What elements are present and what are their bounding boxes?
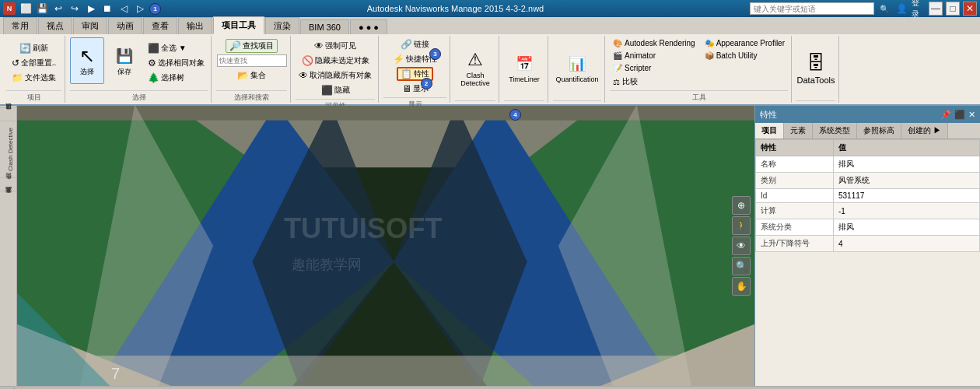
select-icon: ↖ (76, 45, 98, 67)
qa-new[interactable]: ⬜ (19, 2, 33, 16)
qa-undo[interactable]: ↩ (51, 2, 65, 16)
appearance-profiler-btn[interactable]: 🎭 Appearance Profiler (702, 37, 788, 49)
left-sidebar: 项目目录 Clash Detective 集合 测量工具 (0, 106, 17, 386)
quantification-label: Quantification (555, 76, 598, 84)
tab-render[interactable]: 渲染 (265, 17, 299, 34)
tab-bim360[interactable]: BIM 360 (300, 19, 349, 34)
tab-animation[interactable]: 动画 (108, 17, 142, 34)
search-icon[interactable]: 🔍 (877, 2, 891, 16)
clash-detective-btn[interactable]: ⚠ ClashDetective (455, 44, 495, 93)
quantification-btn[interactable]: 📊 Quantification (553, 44, 601, 93)
reset-all-btn[interactable]: ↺全部重置.. (9, 56, 60, 70)
appearance-profiler-label: Appearance Profiler (716, 39, 785, 47)
compare-btn[interactable]: ⚖ 比较 (610, 75, 698, 89)
view-orbit-btn[interactable]: ⊕ (732, 196, 751, 215)
timeliner-icon: 📅 (513, 53, 535, 75)
tab-common[interactable]: 常用 (3, 17, 37, 34)
app-icon: N (3, 2, 16, 15)
sidebar-tab-measure[interactable]: 测量工具 (0, 191, 16, 204)
compare-icon: ⚖ (613, 78, 620, 86)
table-row: 计算 -1 (756, 203, 980, 219)
select-same-btn[interactable]: ⚙选择相同对象 (145, 56, 208, 70)
prop-calc-label: 计算 (756, 203, 834, 219)
qa-fwd[interactable]: ▷ (133, 2, 147, 16)
viewport[interactable]: TUTUISOFT 趣能教学网 7 ⊕ 🚶 👁 🔍 ✋ 4 (17, 106, 754, 386)
table-row: Id 531117 (756, 189, 980, 203)
link-btn[interactable]: 🔗链接 (397, 37, 432, 51)
maximize-button[interactable]: □ (946, 2, 960, 16)
section-quantification: 📊 Quantification (550, 36, 605, 103)
batch-utility-btn[interactable]: 📦 Batch Utility (702, 50, 788, 61)
panel-tab-ref-level[interactable]: 参照标高 (857, 123, 901, 138)
quick-find-input[interactable] (217, 54, 287, 67)
tab-viewpoint[interactable]: 视点 (38, 17, 72, 34)
prop-calc-value: -1 (834, 203, 980, 219)
select-all-btn[interactable]: ⬛全选 ▼ (145, 41, 208, 55)
qa-save[interactable]: 💾 (35, 2, 49, 16)
prop-syscat-label: 系统分类 (756, 219, 834, 236)
view-zoom-btn[interactable]: 🔍 (732, 257, 751, 275)
view-look-btn[interactable]: 👁 (732, 237, 751, 255)
panel-pin-icon[interactable]: 📌 (940, 110, 951, 120)
badge-4-container: 4 (509, 109, 521, 121)
section-search-label: 选择和搜索 (216, 90, 287, 103)
file-set-btn[interactable]: 📁文件选集 (9, 71, 59, 85)
tab-project-tools[interactable]: 项目工具 (213, 16, 264, 34)
unhide-all-btn[interactable]: 👁取消隐藏所有对象 (296, 68, 375, 82)
tab-review[interactable]: 审阅 (73, 17, 107, 34)
section-clash-label (455, 100, 495, 103)
view-walk-btn[interactable]: 🚶 (732, 216, 751, 235)
collection-btn[interactable]: 📂集合 (234, 68, 269, 82)
panel-tab-element[interactable]: 元素 (784, 123, 813, 138)
tab-output[interactable]: 输出 (178, 17, 212, 34)
tab-view[interactable]: 查看 (143, 17, 177, 34)
panel-close-icon[interactable]: ✕ (968, 110, 975, 120)
timeliner-label: TimeLiner (509, 76, 540, 84)
scripter-btn[interactable]: 📝 Scripter (610, 62, 698, 74)
autodesk-rendering-btn[interactable]: 🎨 Autodesk Rendering (610, 37, 698, 49)
badge-4: 4 (509, 109, 521, 121)
prop-name-value: 排风 (834, 156, 980, 173)
select-label: 选择 (80, 68, 94, 76)
panel-float-icon[interactable]: ⬛ (954, 110, 965, 120)
hide-unselected-btn[interactable]: 🚫隐藏未选定对象 (299, 54, 373, 68)
panel-title: 特性 (760, 109, 777, 121)
rendering-label: Autodesk Rendering (625, 39, 695, 47)
select-tree-btn[interactable]: 🌲选择树 (145, 71, 208, 85)
find-item-btn[interactable]: 🔎查找项目 (226, 39, 278, 53)
status-bar: 已准停 (0, 386, 980, 389)
user-icon[interactable]: 👤 (894, 2, 908, 16)
refresh-btn[interactable]: 🔄刷新 (16, 41, 51, 55)
save-large-btn[interactable]: 💾 保存 (107, 37, 142, 84)
view-pan-btn[interactable]: ✋ (732, 277, 751, 296)
minimize-button[interactable]: — (929, 2, 943, 16)
search-input[interactable] (750, 2, 874, 15)
timeliner-btn[interactable]: 📅 TimeLiner (504, 44, 544, 93)
panel-tab-system-type[interactable]: 系统类型 (813, 123, 857, 138)
hide-btn[interactable]: ⬛隐藏 (318, 83, 353, 97)
select-large-btn[interactable]: ↖ 选择 (70, 37, 104, 84)
quick-prop-btn[interactable]: ⚡快捷特性 3 (390, 52, 440, 66)
datatools-btn[interactable]: 🗄 DataTools (796, 44, 835, 93)
qa-play[interactable]: ▶ (84, 2, 98, 16)
animator-btn[interactable]: 🎬 Animator (610, 50, 698, 61)
section-quantification-label (553, 100, 601, 103)
login-btn[interactable]: 登录 (912, 2, 926, 16)
qa-back[interactable]: ◁ (117, 2, 131, 16)
tab-more[interactable]: ● ● ● (350, 19, 387, 34)
display-btn[interactable]: 🖥显示 2 (399, 82, 432, 96)
section-datatool-label (796, 100, 835, 103)
qa-redo[interactable]: ↪ (68, 2, 82, 16)
prop-category-value: 风管系统 (834, 173, 980, 189)
force-visible-btn[interactable]: 👁强制可见 (311, 39, 359, 53)
ribbon-content: 🔄刷新 ↺全部重置.. 📁文件选集 项目 ↖ 选择 💾 (0, 34, 980, 104)
sidebar-tab-project[interactable]: 项目目录 (0, 107, 16, 121)
panel-tab-created[interactable]: 创建的 ▶ (901, 123, 948, 138)
sidebar-tab-clash[interactable]: Clash Detective (0, 121, 16, 177)
sidebar-tab-collection[interactable]: 集合 (0, 177, 16, 191)
close-button[interactable]: ✕ (963, 2, 977, 16)
main-area: 项目目录 Clash Detective 集合 测量工具 (0, 106, 980, 386)
panel-tab-item[interactable]: 项目 (755, 123, 784, 138)
qa-stop[interactable]: ⏹ (100, 2, 114, 16)
appearance-icon: 🎭 (705, 39, 714, 47)
